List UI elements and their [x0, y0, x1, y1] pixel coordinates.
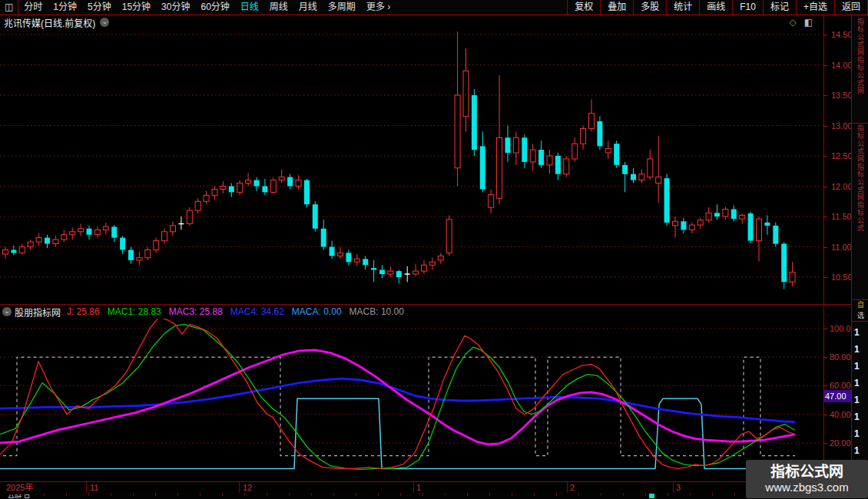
month-label-3: 3 [676, 483, 681, 492]
minor-ticks [0, 493, 851, 496]
watermark-site-name: 指标公式网 [770, 464, 843, 481]
indicator-name[interactable]: 股朋指标网 [15, 306, 61, 319]
collapse-pane-icon[interactable]: ⌄ [2, 307, 12, 316]
indicator-value-MAC4: MAC4: 34.62 [230, 306, 284, 317]
year-label: 2025年 [6, 483, 33, 492]
price-label: 13.00 [831, 122, 853, 131]
period-tab-1分钟[interactable]: 1分钟 [48, 0, 82, 15]
action-button-[interactable]: 标记 [764, 0, 797, 15]
indicator-axis-label: 20.00 [830, 439, 851, 448]
indicator-axis-label: 60.00 [830, 382, 851, 390]
strip-separator [852, 299, 868, 300]
top-toolbar: ◫ 分时1分钟5分钟15分钟30分钟60分钟日线周线月线多周期更多 › 复权叠加… [0, 0, 868, 15]
action-button-[interactable]: 返回 [835, 0, 868, 15]
indicator-header: ⌄ 股朋指标网 J: 25.86MAC1: 28.83MAC3: 25.88MA… [0, 306, 823, 318]
action-button-[interactable]: 复权 [568, 0, 601, 15]
price-label: 11.50 [831, 213, 852, 221]
month-label-1: 1 [416, 483, 421, 492]
mac1-line [0, 324, 795, 469]
period-tab-日线[interactable]: 日线 [235, 0, 264, 15]
period-tab-60分钟[interactable]: 60分钟 [195, 0, 234, 15]
split-window-icon[interactable]: ◧ [804, 17, 813, 28]
indicator-value-MACA: MACA: 0.00 [292, 306, 342, 317]
indicator-axis-label: 40.00 [830, 411, 851, 419]
side-tab-clipped[interactable]: 指标公式网指标公式网 [853, 18, 866, 136]
bottom-clipped-row: 分时 日 ▇ [0, 493, 868, 499]
diamond-icon[interactable]: ◇ [789, 17, 796, 28]
month-label-2: 2 [570, 483, 575, 492]
period-tab-周线[interactable]: 周线 [264, 0, 293, 15]
clipped-fragment: ▇ [649, 493, 654, 498]
axis-vertical-line [823, 15, 824, 492]
period-tab-15分钟[interactable]: 15分钟 [117, 0, 156, 15]
action-button-[interactable]: 叠加 [601, 0, 634, 15]
side-tab-clipped[interactable]: 指标公式网指标公式网指标公式 [853, 124, 866, 299]
chevron-down-icon[interactable]: ⌄ [100, 18, 109, 27]
price-label: 10.50 [831, 273, 853, 282]
title-bar: 兆讯传媒(日线.前复权) ⌄ ◇ ◧ [0, 15, 823, 29]
month-tick [567, 482, 568, 493]
month-tick [413, 482, 414, 493]
candlestick-chart[interactable] [0, 29, 823, 304]
action-button-[interactable]: 画线 [700, 0, 733, 15]
period-tab-30分钟[interactable]: 30分钟 [156, 0, 195, 15]
price-label: 13.50 [831, 91, 853, 100]
indicator-axis-label: 100.0 [830, 325, 851, 333]
side-tab-clipped[interactable]: 选 [853, 312, 866, 321]
clipped-fragment: 分时 日 [8, 493, 31, 498]
indicator-value-MAC3: MAC3: 25.88 [169, 306, 223, 317]
price-label: 14.50 [831, 31, 853, 39]
indicator-axis-label: 80.00 [830, 353, 851, 362]
mac3-line [0, 350, 795, 444]
action-button-[interactable]: +自选 [797, 0, 835, 15]
period-toolbar: 分时1分钟5分钟15分钟30分钟60分钟日线周线月线多周期更多 › [18, 0, 396, 15]
watermark-url: www.zbgs3.com [765, 481, 848, 494]
indicator-value-MAC1: MAC1: 28.83 [108, 306, 161, 317]
price-label: 14.00 [831, 61, 853, 70]
period-tab-分时[interactable]: 分时 [18, 0, 48, 15]
window-layout-icon[interactable]: ◫ [0, 0, 18, 15]
candles [3, 31, 796, 289]
month-tick [673, 482, 674, 493]
side-tab-clipped[interactable]: 自 [853, 301, 866, 312]
indicator-value-MACB: MACB: 10.00 [350, 306, 404, 317]
price-label: 12.50 [831, 152, 853, 160]
price-label: 11.00 [831, 243, 852, 252]
indicator-values: J: 25.86MAC1: 28.83MAC3: 25.88MAC4: 34.6… [67, 306, 412, 317]
strip-separator [852, 321, 868, 322]
month-tick [239, 482, 240, 493]
clipped-quote-digits: 11111111 [854, 324, 860, 459]
period-tab-月线[interactable]: 月线 [293, 0, 323, 15]
month-tick [86, 482, 87, 493]
period-tab-更多›[interactable]: 更多 › [361, 0, 396, 15]
indicator-chart[interactable] [0, 319, 823, 481]
month-label-12: 12 [243, 483, 252, 492]
month-label-11: 11 [90, 483, 98, 492]
value-badge: 47.00 [824, 390, 852, 402]
period-tab-多周期[interactable]: 多周期 [323, 0, 361, 15]
stock-title[interactable]: 兆讯传媒(日线.前复权) [0, 16, 95, 29]
period-tab-5分钟[interactable]: 5分钟 [82, 0, 117, 15]
action-button-[interactable]: 统计 [667, 0, 700, 15]
action-button-F10[interactable]: F10 [733, 0, 764, 15]
date-axis: 2025年 1112123 [0, 481, 868, 494]
pane-separator [0, 304, 868, 305]
trading-app-window: ◫ 分时1分钟5分钟15分钟30分钟60分钟日线周线月线多周期更多 › 复权叠加… [0, 0, 868, 499]
action-toolbar: 复权叠加多股统计画线F10标记+自选返回 [567, 0, 868, 15]
indicator-value-J: J: 25.86 [67, 306, 100, 317]
action-button-[interactable]: 多股 [634, 0, 667, 15]
site-watermark: 指标公式网 www.zbgs3.com [746, 460, 868, 498]
right-side-panel-clipped[interactable]: 指标公式网指标公式网指标公式网指标公式网指标公式自选11111111 [852, 15, 868, 499]
strip-separator [852, 123, 868, 124]
price-label: 12.00 [831, 183, 853, 191]
